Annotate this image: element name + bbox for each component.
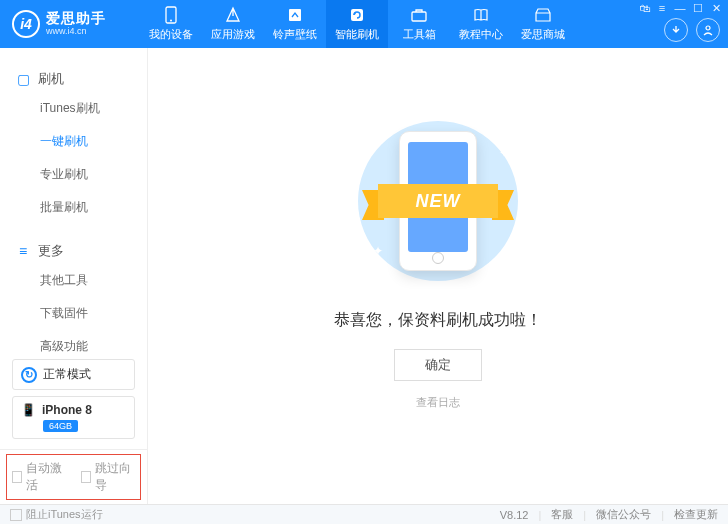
device-phone-icon: 📱 [21, 403, 36, 417]
nav-my-device[interactable]: 我的设备 [140, 0, 202, 48]
device-indicator[interactable]: 📱 iPhone 8 64GB [12, 396, 135, 439]
app-url: www.i4.cn [46, 27, 106, 37]
nav-bar: 我的设备 应用游戏 铃声壁纸 智能刷机 工具箱 教程中心 爱思商城 [140, 0, 660, 48]
new-ribbon: NEW [348, 179, 528, 223]
storage-badge: 64GB [43, 420, 78, 432]
svg-point-5 [706, 26, 710, 30]
success-message: 恭喜您，保资料刷机成功啦！ [334, 310, 542, 331]
checkbox-label: 自动激活 [26, 460, 66, 494]
checkbox-label: 跳过向导 [95, 460, 135, 494]
status-bar: 阻止iTunes运行 V8.12 | 客服 | 微信公众号 | 检查更新 [0, 504, 728, 524]
nav-label: 智能刷机 [335, 27, 379, 42]
close-icon[interactable]: ✕ [710, 2, 722, 14]
skip-guide-checkbox[interactable]: 跳过向导 [81, 460, 136, 494]
sidebar-item-other-tools[interactable]: 其他工具 [0, 264, 147, 297]
sidebar-group-flash[interactable]: ▢ 刷机 [0, 66, 147, 92]
ribbon-label: NEW [378, 184, 498, 218]
nav-tutorial[interactable]: 教程中心 [450, 0, 512, 48]
nav-label: 应用游戏 [211, 27, 255, 42]
mode-label: 正常模式 [43, 366, 91, 383]
sidebar-item-oneclick-flash[interactable]: 一键刷机 [0, 125, 147, 158]
nav-label: 教程中心 [459, 27, 503, 42]
auto-activate-checkbox[interactable]: 自动激活 [12, 460, 67, 494]
flash-icon [348, 6, 366, 24]
version-label: V8.12 [500, 509, 529, 521]
nav-apps[interactable]: 应用游戏 [202, 0, 264, 48]
book-icon [472, 6, 490, 24]
download-button[interactable] [664, 18, 688, 42]
main-content: ✦ ✦ ✦ NEW 恭喜您，保资料刷机成功啦！ 确定 查看日志 [148, 48, 728, 504]
nav-label: 我的设备 [149, 27, 193, 42]
checkbox-icon [10, 509, 22, 521]
mode-indicator[interactable]: ↻ 正常模式 [12, 359, 135, 390]
sidebar-item-itunes-flash[interactable]: iTunes刷机 [0, 92, 147, 125]
checkbox-label: 阻止iTunes运行 [26, 507, 103, 522]
menu-icon[interactable]: ≡ [656, 2, 668, 14]
phone-outline-icon: ▢ [16, 71, 30, 87]
maximize-icon[interactable]: ☐ [692, 2, 704, 14]
minimize-icon[interactable]: ― [674, 2, 686, 14]
more-icon: ≡ [16, 243, 30, 259]
sidebar-group-label: 刷机 [38, 70, 64, 88]
store-icon [534, 6, 552, 24]
nav-ringtones[interactable]: 铃声壁纸 [264, 0, 326, 48]
success-illustration: ✦ ✦ ✦ NEW [333, 116, 543, 286]
nav-toolbox[interactable]: 工具箱 [388, 0, 450, 48]
app-logo: i4 爱思助手 www.i4.cn [0, 10, 140, 38]
sidebar-item-batch-flash[interactable]: 批量刷机 [0, 191, 147, 224]
wallpaper-icon [286, 6, 304, 24]
sidebar-group-label: 更多 [38, 242, 64, 260]
svg-rect-3 [351, 9, 363, 21]
nav-label: 工具箱 [403, 27, 436, 42]
refresh-icon: ↻ [21, 367, 37, 383]
view-log-link[interactable]: 查看日志 [416, 395, 460, 410]
apps-icon [224, 6, 242, 24]
nav-flash[interactable]: 智能刷机 [326, 0, 388, 48]
nav-label: 铃声壁纸 [273, 27, 317, 42]
svg-point-1 [170, 20, 172, 22]
titlebar: 🛍 ≡ ― ☐ ✕ i4 爱思助手 www.i4.cn 我的设备 应用游戏 铃声… [0, 0, 728, 48]
bottom-options: 自动激活 跳过向导 [0, 449, 147, 504]
sidebar-group-more[interactable]: ≡ 更多 [0, 238, 147, 264]
app-title: 爱思助手 [46, 11, 106, 26]
nav-label: 爱思商城 [521, 27, 565, 42]
toolbox-icon [410, 6, 428, 24]
user-button[interactable] [696, 18, 720, 42]
block-itunes-checkbox[interactable]: 阻止iTunes运行 [10, 507, 103, 522]
logo-icon: i4 [12, 10, 40, 38]
checkbox-icon [12, 471, 22, 483]
nav-store[interactable]: 爱思商城 [512, 0, 574, 48]
checkbox-icon [81, 471, 91, 483]
sidebar: ▢ 刷机 iTunes刷机 一键刷机 专业刷机 批量刷机 ≡ 更多 其他工具 下… [0, 48, 148, 504]
sidebar-item-pro-flash[interactable]: 专业刷机 [0, 158, 147, 191]
customer-service-link[interactable]: 客服 [551, 507, 573, 522]
device-name: iPhone 8 [42, 403, 92, 417]
sidebar-item-advanced[interactable]: 高级功能 [0, 330, 147, 359]
phone-icon [162, 6, 180, 24]
sidebar-item-download-fw[interactable]: 下载固件 [0, 297, 147, 330]
check-update-link[interactable]: 检查更新 [674, 507, 718, 522]
cart-icon[interactable]: 🛍 [638, 2, 650, 14]
svg-rect-4 [412, 12, 426, 21]
ok-button[interactable]: 确定 [394, 349, 482, 381]
wechat-link[interactable]: 微信公众号 [596, 507, 651, 522]
svg-rect-2 [289, 9, 301, 21]
